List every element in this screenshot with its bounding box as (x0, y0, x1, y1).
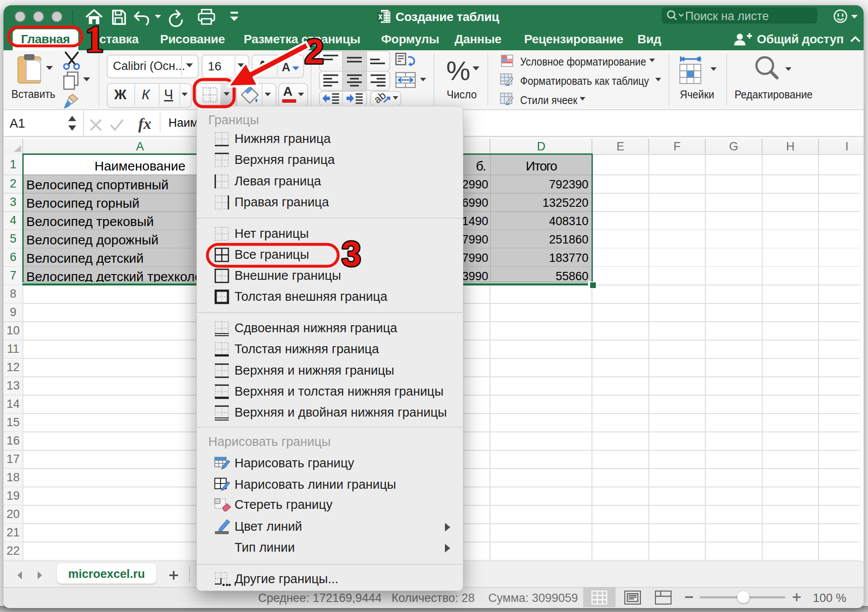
svg-text:1: 1 (85, 18, 104, 60)
svg-text:3: 3 (342, 234, 361, 273)
svg-text:2: 2 (304, 32, 324, 71)
